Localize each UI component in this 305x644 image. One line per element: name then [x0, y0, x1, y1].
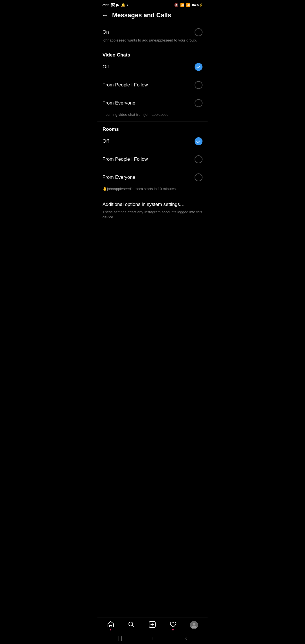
video-chats-section: Video Chats	[97, 47, 208, 58]
rooms-everyone-radio[interactable]	[195, 173, 202, 181]
dot-icon: •	[127, 3, 128, 7]
wifi-icon: 📶	[180, 3, 184, 7]
additional-section: Additional options in system settings… T…	[97, 196, 208, 223]
rooms-follow-label: From People I Follow	[103, 156, 148, 162]
additional-title[interactable]: Additional options in system settings…	[103, 202, 202, 207]
rooms-subtext: 🤚johnappleseed's room starts in 10 minut…	[97, 186, 208, 195]
video-follow-label: From People I Follow	[103, 82, 148, 88]
notification-icon: 🔔	[121, 3, 125, 7]
battery: 84%⚡	[192, 3, 203, 7]
on-radio[interactable]	[195, 28, 202, 36]
rooms-everyone-row[interactable]: From Everyone	[97, 168, 208, 186]
rooms-off-radio[interactable]	[195, 137, 202, 145]
on-description: johnappleseed wants to add janeappleseed…	[97, 38, 208, 47]
time: 7:22	[102, 3, 109, 7]
video-off-label: Off	[103, 64, 109, 70]
additional-subtitle: These settings affect any Instagram acco…	[103, 210, 202, 220]
rooms-title: Rooms	[103, 127, 119, 132]
video-chats-title: Video Chats	[103, 52, 130, 58]
on-label: On	[103, 29, 109, 35]
gallery-icon: 🖼	[111, 3, 115, 7]
video-off-row[interactable]: Off	[97, 58, 208, 76]
rooms-off-label: Off	[103, 138, 109, 144]
status-bar: 7:22 🖼 ▶ 🔔 • 🔇 📶 📶 84%⚡	[97, 0, 208, 9]
back-button[interactable]: ←	[102, 12, 108, 19]
video-everyone-label: From Everyone	[103, 100, 135, 106]
video-follow-row[interactable]: From People I Follow	[97, 76, 208, 94]
rooms-section: Rooms	[97, 121, 208, 132]
page-title: Messages and Calls	[112, 12, 171, 19]
youtube-icon: ▶	[116, 3, 119, 7]
video-everyone-radio[interactable]	[195, 99, 202, 107]
mute-icon: 🔇	[174, 3, 178, 7]
video-off-radio[interactable]	[195, 63, 202, 71]
header: ← Messages and Calls	[97, 9, 208, 23]
rooms-off-row[interactable]: Off	[97, 132, 208, 150]
video-follow-radio[interactable]	[195, 81, 202, 89]
rooms-everyone-label: From Everyone	[103, 175, 135, 180]
status-left: 7:22 🖼 ▶ 🔔 •	[102, 3, 128, 7]
video-subtext: Incoming video chat from johnappleseed.	[97, 112, 208, 121]
video-everyone-row[interactable]: From Everyone	[97, 94, 208, 112]
signal-icon: 📶	[186, 3, 190, 7]
rooms-follow-row[interactable]: From People I Follow	[97, 150, 208, 168]
status-right: 🔇 📶 📶 84%⚡	[174, 3, 203, 7]
on-row[interactable]: On	[97, 23, 208, 38]
rooms-follow-radio[interactable]	[195, 155, 202, 163]
